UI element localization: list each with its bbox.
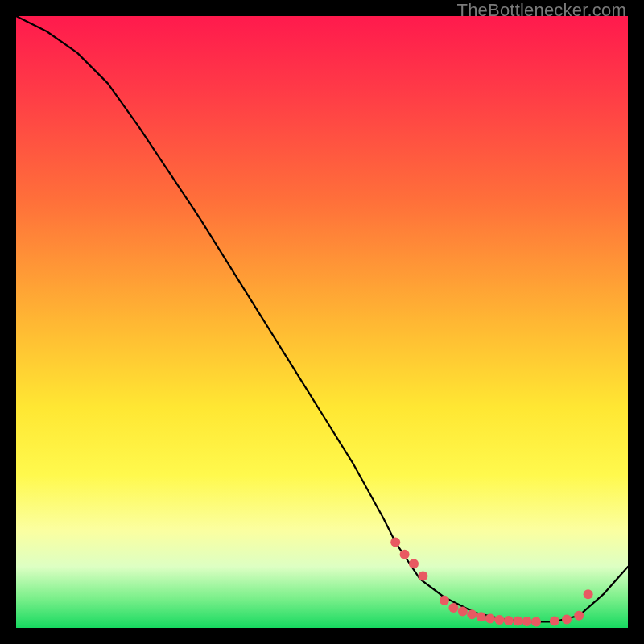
highlight-dot [550,617,559,626]
highlight-dot [440,596,449,605]
highlight-dot [584,589,593,599]
highlight-dot [418,571,427,580]
highlight-dot [562,614,572,624]
highlight-dot [448,603,458,613]
highlight-dot [390,538,400,547]
highlight-dot [574,611,584,621]
plot-area [16,16,628,628]
highlight-dots [390,538,592,627]
highlight-dot [513,617,522,626]
curve-line [16,16,628,621]
highlight-dot [409,559,419,568]
highlight-dot [400,550,410,559]
highlight-dot [467,609,477,619]
highlight-dot [522,617,532,626]
chart-svg [16,16,628,628]
highlight-dot [485,614,495,624]
chart-frame: TheBottlenecker.com [0,0,644,644]
highlight-dot [458,607,468,617]
highlight-dot [531,617,541,626]
highlight-dot [504,616,514,625]
highlight-dot [494,615,504,625]
highlight-dot [477,612,486,621]
